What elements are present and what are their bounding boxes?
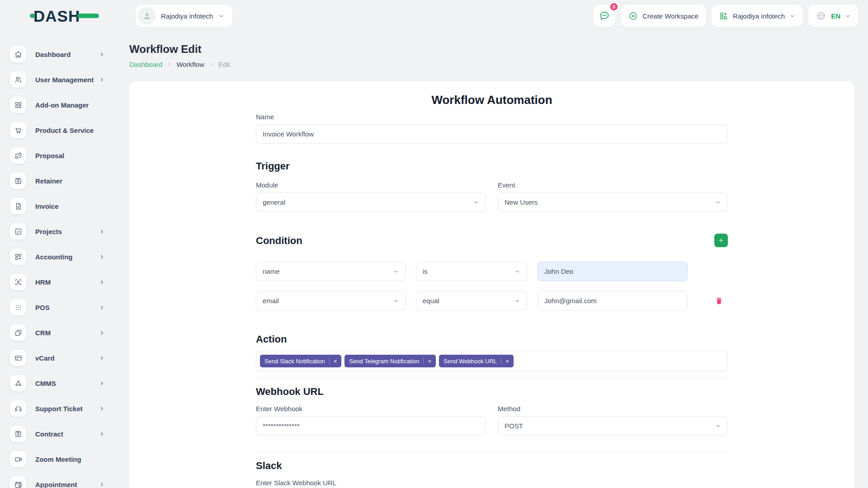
- workspace-selector[interactable]: Rajodiya infotech: [136, 5, 232, 27]
- name-label: Name: [256, 113, 728, 121]
- sidebar-item-hrm[interactable]: HRM: [0, 269, 127, 295]
- condition-operator-select[interactable]: equal: [416, 291, 527, 310]
- workspace-switcher[interactable]: Rajodiya infotech: [712, 5, 802, 27]
- sidebar-item-pos[interactable]: POS: [0, 295, 127, 320]
- breadcrumb-edit: Edit: [218, 61, 230, 68]
- breadcrumb-workflow[interactable]: Workflow: [176, 61, 204, 68]
- page-title: Workflow Edit: [129, 42, 854, 56]
- webhook-heading: Webhook URL: [256, 385, 728, 398]
- remove-tag-icon[interactable]: ×: [329, 358, 337, 364]
- sidebar-item-dashboard[interactable]: Dashboard: [0, 42, 127, 67]
- chevron-down-icon: [715, 423, 721, 429]
- module-select[interactable]: general: [256, 192, 486, 212]
- condition-row: email equal: [256, 291, 728, 310]
- condition-field-select[interactable]: email: [256, 291, 406, 310]
- sidebar-item-zoom-meeting[interactable]: Zoom Meeting: [0, 446, 127, 472]
- chevron-down-icon: [715, 199, 721, 205]
- headset-icon: [10, 400, 26, 417]
- grid-plus-icon: [719, 11, 728, 21]
- breadcrumb-dashboard-link[interactable]: Dashboard: [129, 61, 162, 68]
- sidebar-item-invoice[interactable]: Invoice: [0, 193, 127, 219]
- chevron-right-icon: [99, 254, 105, 260]
- condition-operator-select[interactable]: is: [416, 262, 527, 281]
- create-workspace-button[interactable]: Create Workspace: [621, 5, 706, 27]
- sidebar-item-label: Dashboard: [35, 51, 71, 58]
- remove-tag-icon[interactable]: ×: [423, 358, 431, 364]
- sidebar-item-label: CMMS: [35, 380, 56, 387]
- workflow-card: Workflow Automation Name Trigger Module …: [129, 81, 854, 488]
- cart-icon: [10, 122, 26, 138]
- home-icon: [10, 46, 26, 62]
- sidebar-item-cmms[interactable]: CMMS: [0, 371, 127, 396]
- sidebar-item-proposal[interactable]: Proposal: [0, 143, 127, 168]
- users-icon: [10, 71, 26, 88]
- app-window: DASH Rajodiya infotech 0: [0, 0, 868, 488]
- sidebar-item-projects[interactable]: Projects: [0, 219, 127, 244]
- workspace-switcher-label: Rajodiya infotech: [733, 12, 785, 20]
- enter-webhook-label: Enter Webhook: [256, 405, 486, 413]
- proposal-icon: [10, 147, 26, 164]
- sidebar-item-label: Add-on Manager: [35, 101, 89, 109]
- chevron-right-icon: [209, 61, 214, 68]
- name-input[interactable]: [256, 124, 728, 144]
- messages-count-badge: 0: [609, 2, 618, 11]
- sidebar-item-appointment[interactable]: Appointment: [0, 472, 127, 488]
- check-square-icon: [10, 223, 26, 239]
- condition-field-value: name: [263, 267, 280, 275]
- condition-value-input[interactable]: [538, 262, 688, 281]
- brand-name: DASH: [33, 8, 80, 24]
- condition-row: name is: [256, 262, 728, 281]
- event-select-value: New Users: [505, 198, 538, 206]
- sidebar-item-add-on-manager[interactable]: Add-on Manager: [0, 92, 127, 117]
- sidebar-item-label: Retainer: [35, 177, 62, 185]
- sidebar-item-accounting[interactable]: Accounting: [0, 244, 127, 269]
- chevron-right-icon: [99, 305, 105, 310]
- event-group: Event New Users: [498, 181, 728, 212]
- sidebar-item-label: Invoice: [35, 202, 59, 210]
- chevron-right-icon: [99, 355, 105, 361]
- sidebar-item-vcard[interactable]: vCard: [0, 345, 127, 371]
- sidebar-item-label: HRM: [35, 278, 51, 286]
- chevron-right-icon: [99, 406, 105, 412]
- sidebar-item-label: Accounting: [35, 253, 73, 261]
- method-select-value: POST: [505, 422, 523, 430]
- breadcrumb: Dashboard Workflow Edit: [129, 60, 854, 69]
- form-heading: Workflow Automation: [256, 92, 728, 108]
- sidebar-item-label: Projects: [35, 228, 62, 235]
- remove-tag-icon[interactable]: ×: [501, 358, 509, 364]
- sidebar-item-product-service[interactable]: Product & Service: [0, 117, 127, 143]
- condition-field-value: email: [263, 297, 279, 305]
- floppy-icon: [10, 173, 26, 189]
- brand-logo[interactable]: DASH: [30, 8, 99, 24]
- language-selector[interactable]: EN: [808, 5, 858, 27]
- sidebar-item-label: Contract: [35, 430, 63, 438]
- section-divider: [256, 378, 728, 378]
- video-icon: [10, 451, 26, 467]
- circles-icon: [10, 375, 26, 391]
- section-divider: [256, 452, 728, 452]
- condition-value-input[interactable]: [538, 291, 688, 310]
- action-heading: Action: [256, 333, 728, 345]
- sidebar-item-crm[interactable]: CRM: [0, 320, 127, 345]
- sidebar-item-label: Product & Service: [35, 127, 94, 134]
- add-condition-button[interactable]: [714, 234, 728, 247]
- webhook-url-input[interactable]: [256, 416, 486, 436]
- sidebar-item-label: Proposal: [35, 152, 64, 160]
- sidebar-item-retainer[interactable]: Retainer: [0, 168, 127, 193]
- method-select[interactable]: POST: [498, 416, 728, 436]
- chevron-right-icon: [99, 380, 105, 386]
- condition-heading: Condition: [256, 235, 302, 247]
- condition-field-select[interactable]: name: [256, 262, 406, 281]
- messages-button[interactable]: 0: [594, 5, 615, 27]
- sidebar-item-support-ticket[interactable]: Support Ticket: [0, 396, 127, 421]
- delete-condition-button[interactable]: [715, 296, 723, 305]
- logo-dash-icon: [77, 14, 99, 18]
- action-tags-input[interactable]: Send Slack Notification× Send Telegram N…: [256, 351, 728, 371]
- chevron-down-icon: [393, 298, 399, 304]
- condition-operator-value: equal: [423, 297, 439, 305]
- trigger-heading: Trigger: [256, 160, 728, 172]
- sidebar-item-contract[interactable]: Contract: [0, 421, 127, 446]
- sidebar-item-user-management[interactable]: User Management: [0, 67, 127, 92]
- workflow-form: Workflow Automation Name Trigger Module …: [256, 92, 728, 488]
- event-select[interactable]: New Users: [498, 192, 728, 212]
